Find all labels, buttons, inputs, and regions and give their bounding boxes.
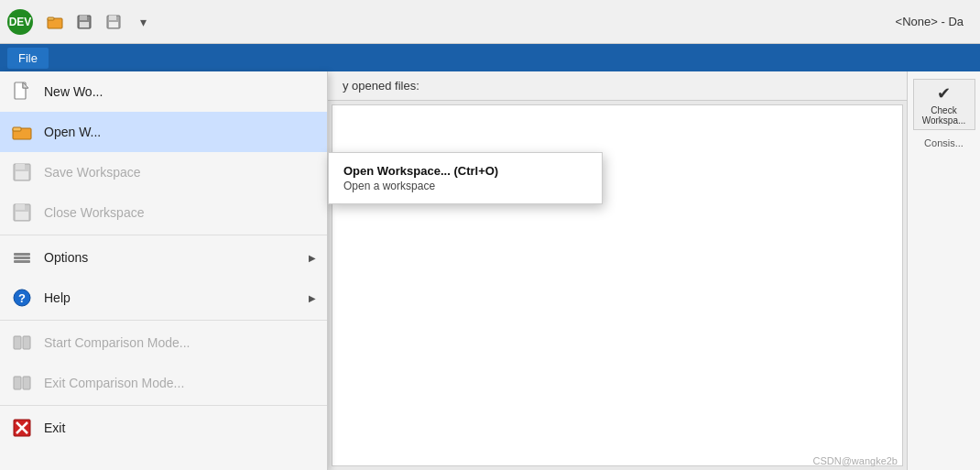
save-workspace-label: Save Workspace xyxy=(44,165,316,180)
svg-rect-25 xyxy=(14,377,21,389)
exit-comparison-icon xyxy=(11,372,33,394)
save-button[interactable] xyxy=(71,9,97,35)
help-icon: ? xyxy=(11,287,33,309)
exit-comparison-label: Exit Comparison Mode... xyxy=(44,376,316,390)
menu-item-new-workspace[interactable]: New Wo... xyxy=(0,71,327,112)
svg-rect-23 xyxy=(14,336,21,349)
menu-item-exit[interactable]: Exit xyxy=(0,408,327,448)
menu-item-save-workspace[interactable]: Save Workspace xyxy=(0,152,327,192)
submenu-popup: Open Workspace... (Ctrl+O) Open a worksp… xyxy=(328,152,603,204)
svg-rect-17 xyxy=(16,212,28,220)
menu-item-help[interactable]: ? Help ▶ xyxy=(0,278,327,318)
check-workspace-icon: ✔ xyxy=(937,83,951,104)
svg-rect-4 xyxy=(80,22,89,27)
svg-rect-24 xyxy=(23,336,30,349)
menu-item-open-workspace[interactable]: Open W... xyxy=(0,112,327,152)
right-panel: y opened files: xyxy=(328,71,907,470)
open-folder-icon xyxy=(11,121,33,143)
open-folder-button[interactable] xyxy=(42,9,68,35)
main-layout: New Wo... Open W... Save Workspace xyxy=(0,71,980,470)
svg-rect-20 xyxy=(14,260,30,263)
options-arrow-icon: ▶ xyxy=(309,253,316,263)
svg-rect-1 xyxy=(48,17,54,20)
options-label: Options xyxy=(44,250,298,265)
menu-bar: File xyxy=(0,44,980,71)
check-workspace-button[interactable]: ✔ CheckWorkspa... xyxy=(913,79,975,130)
menu-item-exit-comparison[interactable]: Exit Comparison Mode... xyxy=(0,363,327,403)
svg-rect-18 xyxy=(14,253,30,256)
svg-rect-3 xyxy=(80,16,87,20)
watermark: CSDN@wangke2b xyxy=(813,455,898,466)
divider-1 xyxy=(0,235,327,235)
file-menu-dropdown: New Wo... Open W... Save Workspace xyxy=(0,71,328,470)
right-panel-header: y opened files: xyxy=(328,71,907,101)
new-workspace-label: New Wo... xyxy=(44,84,316,99)
close-workspace-icon xyxy=(11,202,33,224)
help-label: Help xyxy=(44,290,298,305)
title-text: <None> - Da xyxy=(896,15,973,28)
submenu-open-workspace[interactable]: Open Workspace... (Ctrl+O) Open a worksp… xyxy=(329,158,602,198)
divider-2 xyxy=(0,320,327,321)
app-icon: DEV xyxy=(7,9,33,35)
divider-3 xyxy=(0,405,327,406)
title-bar: DEV ▾ <None> - Da xyxy=(0,0,980,44)
start-comparison-label: Start Comparison Mode... xyxy=(44,335,316,350)
options-icon xyxy=(11,246,33,268)
start-comparison-icon xyxy=(11,332,33,354)
file-menu-button[interactable]: File xyxy=(7,48,49,69)
dropdown-button[interactable]: ▾ xyxy=(130,9,156,35)
submenu-description: Open a workspace xyxy=(343,180,587,192)
svg-rect-11 xyxy=(13,127,21,131)
svg-rect-19 xyxy=(14,257,30,259)
svg-rect-13 xyxy=(16,164,25,169)
svg-rect-16 xyxy=(16,204,25,210)
menu-item-close-workspace[interactable]: Close Workspace xyxy=(0,192,327,233)
save-as-button[interactable] xyxy=(101,9,126,35)
new-file-icon xyxy=(11,81,33,103)
open-workspace-label: Open W... xyxy=(44,125,316,139)
check-workspace-label: CheckWorkspa... xyxy=(922,105,966,126)
close-workspace-label: Close Workspace xyxy=(44,205,316,220)
consis-label: Consis... xyxy=(920,134,967,152)
menu-item-options[interactable]: Options ▶ xyxy=(0,237,327,278)
exit-icon xyxy=(11,417,33,439)
help-arrow-icon: ▶ xyxy=(309,293,316,303)
toolbar: ▾ xyxy=(42,9,156,35)
svg-rect-7 xyxy=(109,22,118,27)
svg-text:?: ? xyxy=(18,291,26,305)
svg-rect-26 xyxy=(23,377,30,389)
far-right-sidebar: ✔ CheckWorkspa... Consis... xyxy=(907,71,980,470)
menu-item-start-comparison[interactable]: Start Comparison Mode... xyxy=(0,322,327,363)
svg-rect-14 xyxy=(16,171,28,180)
submenu-title: Open Workspace... (Ctrl+O) xyxy=(343,164,587,178)
exit-label: Exit xyxy=(44,421,316,435)
save-workspace-icon xyxy=(11,161,33,183)
svg-rect-6 xyxy=(109,16,116,20)
